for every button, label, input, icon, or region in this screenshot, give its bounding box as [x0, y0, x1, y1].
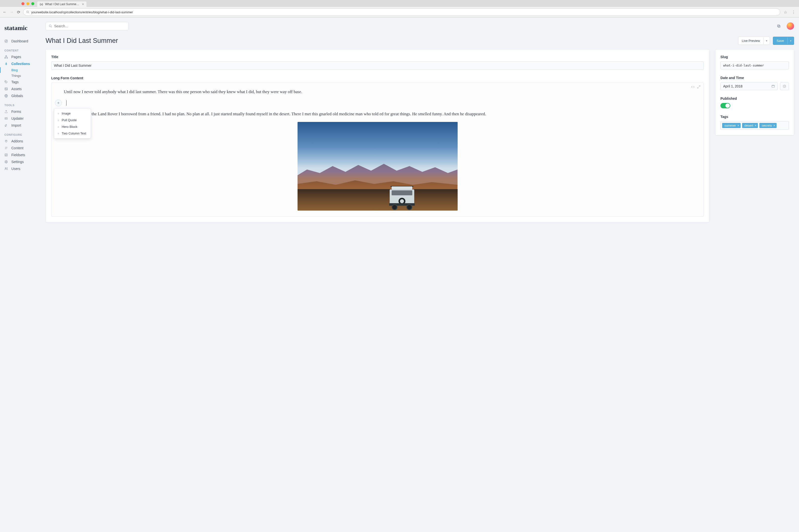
expand-icon[interactable] [697, 85, 701, 89]
url-bar[interactable] [23, 8, 780, 16]
bookmark-star-icon[interactable]: ☆ [783, 10, 788, 15]
tags-field: Tags summer × desert × secrets × [720, 115, 789, 130]
date-field: Date and Time April 1, 2018 [720, 76, 789, 90]
copy-link-icon[interactable] [776, 23, 782, 29]
plug-icon [4, 139, 8, 143]
live-preview-button[interactable]: Live Preview ▾ [738, 37, 770, 45]
text-cursor [66, 100, 66, 106]
title-input[interactable] [51, 61, 704, 70]
forward-button[interactable]: → [9, 10, 14, 14]
published-field: Published [720, 97, 789, 108]
remove-tag-icon[interactable]: × [755, 124, 756, 127]
slug-input[interactable] [720, 61, 789, 70]
sidebar-item-label: Globals [11, 94, 23, 98]
sidebar-item-forms[interactable]: Forms [0, 108, 45, 115]
titlebar: What I Did Last Summer Live Preview ▾ Sa… [45, 35, 794, 49]
svg-rect-5 [5, 58, 6, 58]
sidebar-heading-content: CONTENT [0, 44, 45, 54]
sidebar-item-settings[interactable]: Settings [0, 158, 45, 165]
save-button[interactable]: Save ▾ [773, 37, 794, 45]
calendar-icon[interactable] [772, 84, 775, 88]
published-toggle[interactable] [720, 103, 730, 108]
remove-tag-icon[interactable]: × [738, 124, 739, 127]
code-toggle-icon[interactable] [691, 85, 695, 89]
main-area: What I Did Last Summer Live Preview ▾ Sa… [45, 18, 799, 532]
sidebar-item-assets[interactable]: Assets [0, 86, 45, 92]
sidebar-item-fieldsets[interactable]: Fieldsets [0, 151, 45, 158]
sidebar-item-addons[interactable]: Addons [0, 138, 45, 145]
browser-menu-icon[interactable]: ⋮ [791, 10, 797, 15]
search-icon [49, 24, 52, 28]
remove-tag-icon[interactable]: × [774, 124, 775, 127]
browser-tab[interactable]: {s} What I Did Last Summer | Stat… × [37, 1, 87, 7]
sidebar-item-users[interactable]: Users [0, 165, 45, 172]
drag-icon: ≡ [58, 112, 59, 115]
block-menu-item-hero-block[interactable]: ≡ Hero Block [54, 124, 91, 130]
date-input[interactable]: April 1, 2018 [720, 82, 778, 90]
svg-point-15 [49, 25, 51, 27]
url-input[interactable] [31, 10, 777, 14]
tags-input[interactable]: summer × desert × secrets × [720, 121, 789, 130]
tab-title: What I Did Last Summer | Stat… [45, 2, 80, 6]
editor-panel[interactable]: Until now I never told anybody what I di… [51, 82, 704, 217]
svg-point-13 [6, 161, 7, 162]
time-button[interactable] [780, 82, 789, 90]
search-glass-icon [26, 11, 29, 14]
sidebar-item-label: Pages [11, 55, 21, 59]
sidebar-item-pages[interactable]: Pages [0, 54, 45, 60]
minimize-window-button[interactable] [26, 2, 29, 5]
reload-button[interactable]: ⟳ [16, 10, 21, 15]
block-menu-item-two-column[interactable]: ≡ Two Column Text [54, 130, 91, 137]
compass-icon [4, 39, 8, 43]
block-menu-item-pull-quote[interactable]: ≡ Pull Quote [54, 117, 91, 124]
svg-marker-3 [6, 41, 7, 42]
sidebar-item-label: Collections [11, 62, 30, 66]
users-icon [4, 167, 8, 170]
svg-point-2 [5, 40, 8, 43]
search-input[interactable] [54, 24, 125, 28]
sidebar-item-label: Fieldsets [11, 153, 25, 157]
sidebar-item-content-config[interactable]: Content [0, 145, 45, 151]
menu-item-label: Image [61, 112, 71, 115]
svg-rect-11 [5, 118, 8, 119]
content-image[interactable] [298, 122, 458, 211]
search-box[interactable] [45, 22, 128, 30]
sidebar-item-label: Import [11, 124, 21, 127]
chevron-down-icon[interactable]: ▾ [787, 37, 794, 44]
sidebar-item-import[interactable]: Import [0, 122, 45, 129]
title-field-block: Title [51, 55, 704, 70]
svg-rect-17 [778, 25, 780, 27]
sidebar-item-label: Updater [11, 116, 24, 120]
sidebar-item-updater[interactable]: Updater [0, 115, 45, 122]
sidebar-sub-things[interactable]: Things [0, 73, 45, 79]
meta-card: Slug Date and Time April 1, 2018 [715, 49, 794, 135]
sidebar-item-label: Addons [11, 139, 23, 143]
sidebar-sub-blog[interactable]: Blog [0, 67, 45, 73]
editor-tools [691, 85, 701, 89]
close-window-button[interactable] [21, 2, 24, 5]
close-tab-icon[interactable]: × [82, 2, 84, 6]
lines-icon [4, 146, 8, 150]
sidebar-item-globals[interactable]: Globals [0, 92, 45, 99]
sidebar-item-collections[interactable]: Collections [0, 60, 45, 67]
back-button[interactable]: ← [2, 10, 7, 14]
add-block-button[interactable]: + [55, 99, 62, 107]
content-field-block: Long Form Content Until now I never told… [51, 76, 704, 217]
image-foreground [298, 189, 458, 210]
sidebar-sub-blog-wrap: Blog [0, 67, 45, 73]
menu-item-label: Hero Block [61, 125, 77, 129]
sidebar-item-dashboard[interactable]: Dashboard [0, 38, 45, 44]
fullscreen-window-button[interactable] [31, 2, 34, 5]
page-title: What I Did Last Summer [45, 37, 738, 44]
sidebar-item-tags[interactable]: Tags [0, 79, 45, 86]
chevron-down-icon[interactable]: ▾ [763, 37, 770, 44]
sidebar-heading-tools: TOOLS [0, 99, 45, 108]
svg-line-16 [51, 26, 52, 27]
avatar[interactable] [787, 22, 794, 30]
sidebar-item-label: Users [11, 167, 20, 171]
block-menu-item-image[interactable]: ≡ Image [54, 110, 91, 117]
sidebar-item-label: Content [11, 146, 23, 150]
sidebar-heading-configure: CONFIGURE [0, 129, 45, 138]
editor-paragraph[interactable]: n the Land Rover I borrowed from a frien… [89, 111, 691, 117]
editor-paragraph[interactable]: Until now I never told anybody what I di… [64, 89, 691, 95]
